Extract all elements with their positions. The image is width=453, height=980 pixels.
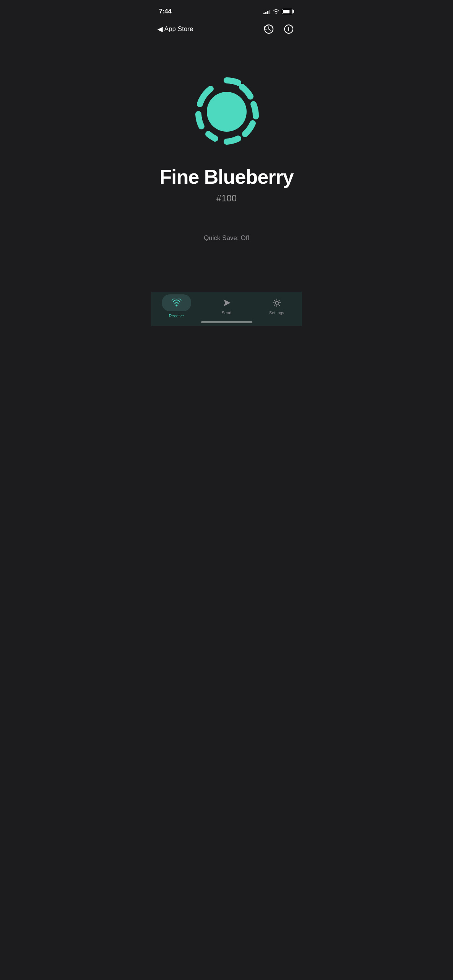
- history-button[interactable]: [262, 22, 276, 36]
- send-icon: [222, 299, 231, 307]
- tab-settings-label: Settings: [269, 310, 285, 315]
- back-chevron-icon: ◀: [157, 25, 163, 33]
- svg-text:i: i: [288, 26, 289, 32]
- history-icon: [263, 24, 274, 34]
- device-id: #100: [216, 193, 237, 204]
- nav-right-buttons: i: [262, 22, 296, 36]
- back-button[interactable]: ◀ App Store: [157, 25, 193, 33]
- tab-receive[interactable]: Receive: [151, 294, 201, 318]
- settings-gear-icon: [272, 298, 281, 307]
- tab-send-label: Send: [222, 310, 232, 315]
- device-logo-svg: [188, 74, 265, 150]
- status-bar: 7:44 77: [151, 0, 302, 21]
- quick-save-status: Quick Save: Off: [204, 234, 249, 242]
- tab-send[interactable]: Send: [201, 297, 252, 315]
- signal-bars-icon: [263, 9, 270, 14]
- info-icon: i: [283, 24, 294, 34]
- tab-receive-label: Receive: [169, 314, 184, 318]
- back-label: App Store: [164, 25, 193, 33]
- device-name: Fine Blueberry: [159, 165, 293, 188]
- receive-wifi-icon: [172, 299, 182, 307]
- info-button[interactable]: i: [282, 22, 296, 36]
- status-time: 7:44: [159, 8, 172, 15]
- status-icons: 77: [263, 9, 294, 14]
- svg-marker-5: [224, 299, 231, 306]
- home-indicator: [201, 321, 252, 323]
- wifi-status-icon: [273, 9, 280, 14]
- app-logo: [188, 74, 265, 150]
- main-content: Fine Blueberry #100 Quick Save: Off: [151, 39, 302, 292]
- svg-point-4: [175, 304, 177, 306]
- battery-icon: 77: [282, 9, 294, 14]
- svg-point-3: [207, 92, 247, 132]
- tab-settings[interactable]: Settings: [252, 297, 302, 315]
- nav-bar: ◀ App Store i: [151, 21, 302, 39]
